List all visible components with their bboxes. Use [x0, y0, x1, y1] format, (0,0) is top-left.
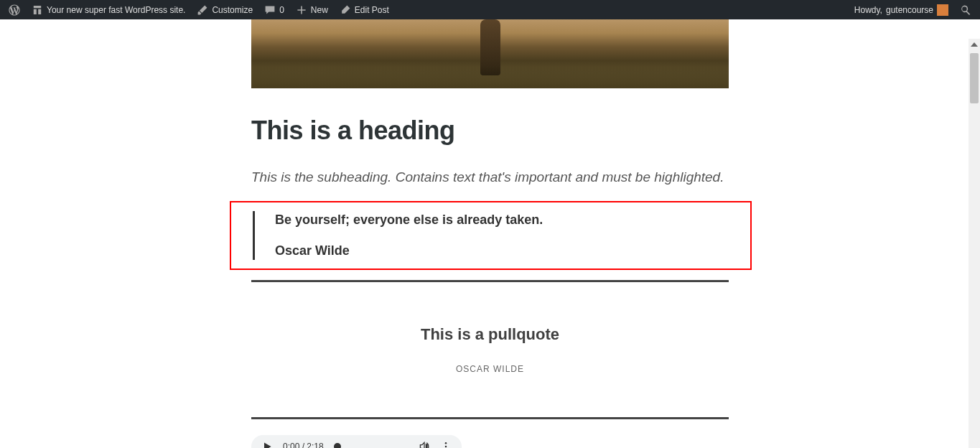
audio-progress-dot[interactable] — [334, 443, 341, 448]
new-content-link[interactable]: New — [290, 0, 334, 19]
avatar — [937, 4, 948, 16]
site-name-link[interactable]: Your new super fast WordPress site. — [26, 0, 191, 19]
play-icon[interactable] — [261, 441, 273, 448]
pullquote-text: This is a pullquote — [273, 325, 707, 344]
svg-point-1 — [444, 446, 447, 448]
page-subheading: This is the subheading. Contains text th… — [251, 166, 729, 188]
customize-link[interactable]: Customize — [191, 0, 258, 19]
brush-icon — [197, 4, 208, 16]
audio-player[interactable]: 0:00 / 2:18 — [251, 435, 462, 448]
admin-right: Howdy, gutencourse — [849, 0, 977, 19]
plus-icon — [296, 4, 307, 16]
pullquote-author: OSCAR WILDE — [273, 364, 707, 374]
pencil-icon — [340, 4, 351, 16]
wp-admin-bar: Your new super fast WordPress site. Cust… — [0, 0, 980, 19]
customize-label: Customize — [212, 5, 253, 15]
svg-point-0 — [444, 442, 447, 444]
scroll-thumb[interactable] — [970, 53, 979, 103]
admin-left: Your new super fast WordPress site. Cust… — [3, 0, 395, 19]
username: gutencourse — [886, 5, 933, 15]
search-icon — [960, 4, 971, 16]
wordpress-icon — [9, 4, 20, 16]
scroll-up-button[interactable] — [969, 39, 980, 50]
highlight-annotation: Be yourself; everyone else is already ta… — [230, 201, 752, 270]
site-title: Your new super fast WordPress site. — [47, 5, 185, 15]
user-menu[interactable]: Howdy, gutencourse — [849, 0, 954, 19]
pullquote: This is a pullquote OSCAR WILDE — [251, 280, 729, 419]
quote-author: Oscar Wilde — [275, 243, 750, 258]
quote-text: Be yourself; everyone else is already ta… — [275, 213, 750, 228]
audio-time: 0:00 / 2:18 — [283, 442, 324, 448]
comments-count: 0 — [279, 5, 284, 15]
dashboard-icon — [32, 4, 43, 16]
volume-icon[interactable] — [419, 441, 430, 448]
vertical-scrollbar[interactable] — [969, 39, 980, 448]
page: This is a heading This is the subheading… — [0, 19, 980, 448]
search-toggle[interactable] — [954, 0, 977, 19]
blockquote: Be yourself; everyone else is already ta… — [253, 211, 750, 260]
edit-post-link[interactable]: Edit Post — [334, 0, 395, 19]
new-label: New — [311, 5, 328, 15]
edit-post-label: Edit Post — [355, 5, 389, 15]
comments-link[interactable]: 0 — [258, 0, 290, 19]
wp-logo[interactable] — [3, 0, 26, 19]
comment-icon — [264, 4, 276, 16]
howdy-prefix: Howdy, — [854, 5, 882, 15]
page-heading: This is a heading — [251, 116, 729, 146]
content-wrap: This is a heading This is the subheading… — [251, 19, 729, 448]
audio-menu-icon[interactable] — [440, 441, 452, 448]
hero-image — [251, 19, 729, 88]
